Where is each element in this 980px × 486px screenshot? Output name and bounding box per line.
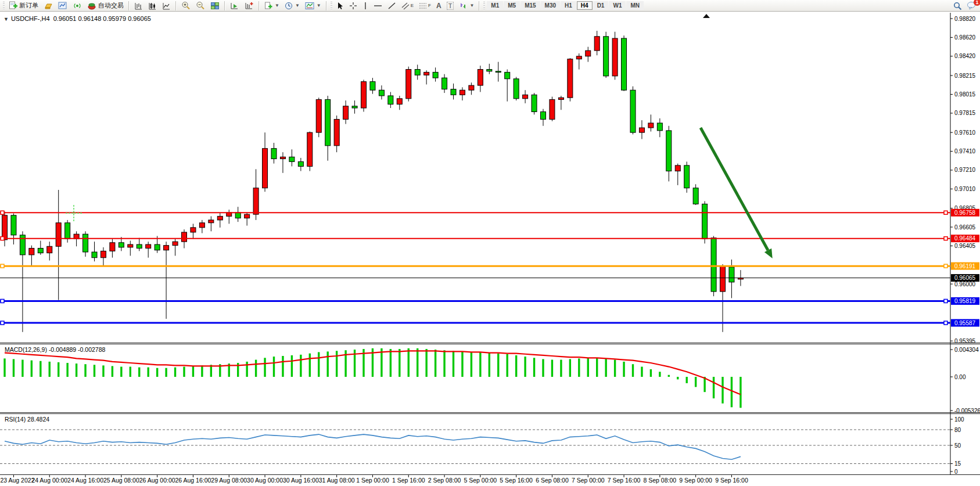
macd-bar [524, 357, 526, 377]
chat-button[interactable]: 1 [967, 1, 977, 11]
macd-bar [542, 359, 544, 377]
text-label-tool-button[interactable]: T [444, 1, 457, 11]
fibonacci-tool-button[interactable]: F [417, 1, 433, 11]
macd-bar [112, 366, 113, 377]
tab-h4[interactable]: H4 [577, 1, 593, 10]
chart-canvas[interactable]: 0.988200.986200.984200.982150.980150.978… [0, 0, 980, 486]
search-icon[interactable] [953, 2, 962, 10]
market-watch-button[interactable] [56, 1, 70, 11]
macd-bar [713, 377, 715, 398]
rsi-value: 28.4824 [27, 416, 49, 423]
new-order-icon [9, 1, 17, 10]
macd-bar [120, 367, 122, 377]
tab-mn[interactable]: MN [626, 1, 644, 10]
hlines: 0.967580.964840.961910.960650.958190.955… [0, 209, 979, 327]
line-chart-button[interactable] [160, 1, 173, 11]
chat-badge: 1 [974, 0, 980, 6]
macd-bar [587, 358, 589, 377]
period-clock-button[interactable]: ▼ [282, 1, 302, 11]
gold-button[interactable] [41, 1, 55, 11]
line-anchor[interactable] [1, 321, 4, 325]
line-anchor[interactable] [944, 237, 947, 240]
macd-bar [246, 362, 247, 377]
bar-chart-button[interactable] [132, 1, 145, 11]
price-tick-label: 0.98820 [954, 16, 976, 22]
new-order-button[interactable]: 新订单 [6, 1, 41, 11]
candle-body [576, 56, 581, 59]
tab-m15[interactable]: M15 [520, 1, 540, 10]
crosshair-tool-button[interactable] [347, 1, 360, 11]
new-chart-button[interactable]: ▼ [262, 1, 282, 11]
text-tool-button[interactable]: A [434, 1, 444, 11]
autotrade-button[interactable]: 自动交易 [85, 1, 126, 11]
text-label-icon: T [447, 2, 454, 10]
symbol-ohlc-bar[interactable]: ▼USDCHF-,H4 0.96051 0.96148 0.95979 0.96… [3, 15, 151, 22]
time-tick-label: 1 Sep 16:00 [392, 477, 425, 484]
macd-main-value: -0.004889 [49, 346, 76, 353]
macd-bar [390, 349, 392, 377]
zoom-in-icon [181, 1, 191, 10]
chart-shift-marker[interactable] [703, 14, 710, 18]
macd-bar [336, 351, 338, 377]
time-tick-label: 9 Sep 00:00 [679, 477, 712, 484]
price-badge-label: 0.96065 [954, 275, 976, 281]
rsi-panel: 1008050150 [0, 416, 964, 475]
candle-body [271, 149, 277, 159]
signal-button[interactable] [70, 1, 84, 11]
add-indicator-button[interactable] [242, 1, 256, 11]
candle-body [424, 72, 429, 75]
macd-bar [489, 353, 490, 377]
line-anchor[interactable] [1, 237, 4, 240]
candle-body [505, 72, 510, 78]
macd-bar [533, 358, 535, 377]
time-tick-label: 6 Sep 08:00 [536, 477, 569, 484]
line-anchor[interactable] [944, 299, 947, 303]
line-anchor[interactable] [944, 321, 947, 325]
line-anchor[interactable] [1, 264, 4, 268]
macd-bar [677, 377, 679, 379]
arrows-tool-button[interactable]: ▼ [457, 1, 476, 11]
candle-body [307, 132, 313, 166]
candle-body [245, 214, 250, 218]
line-anchor[interactable] [1, 299, 4, 303]
price-badge-label: 0.96484 [954, 235, 976, 242]
tab-d1[interactable]: D1 [593, 1, 609, 10]
macd-bar [461, 351, 463, 377]
tab-m30[interactable]: M30 [541, 1, 560, 10]
template-button[interactable]: ▼ [303, 1, 324, 11]
macd-tick-label: -0.005326 [954, 408, 980, 414]
tab-m1[interactable]: M1 [487, 1, 503, 10]
indicators-button[interactable] [228, 1, 242, 11]
tile-windows-button[interactable] [208, 1, 222, 11]
crosshair-icon [349, 2, 357, 10]
macd-bar [264, 358, 265, 377]
rsi-tick-label: 0 [954, 469, 958, 475]
vertical-line-tool-button[interactable] [360, 1, 371, 11]
zoom-in-button[interactable] [179, 1, 193, 11]
zoom-out-button[interactable] [193, 1, 207, 11]
line-anchor[interactable] [944, 264, 947, 268]
line-anchor[interactable] [944, 211, 947, 214]
macd-bar [695, 377, 697, 387]
macd-bar [623, 362, 624, 377]
macd-bar [94, 365, 95, 377]
trendline-tool-button[interactable] [385, 1, 399, 11]
equidistant-channel-tool-button[interactable]: E [399, 1, 416, 11]
price-axis[interactable]: 0.988200.986200.984200.982150.980150.978… [950, 16, 976, 344]
tab-h1[interactable]: H1 [561, 1, 576, 10]
autotrade-label: 自动交易 [98, 1, 124, 10]
tab-m5[interactable]: M5 [504, 1, 520, 10]
line-anchor[interactable] [1, 211, 4, 214]
cursor-tool-button[interactable] [334, 1, 346, 11]
tab-w1[interactable]: W1 [609, 1, 626, 10]
candlestick-button[interactable] [146, 1, 159, 11]
time-axis[interactable]: 23 Aug 202224 Aug 00:0024 Aug 16:0025 Au… [1, 475, 748, 484]
ohlc-open: 0.96051 [53, 15, 77, 22]
collapse-icon[interactable]: ▼ [3, 16, 9, 22]
candle-body [487, 70, 492, 71]
candle-body [612, 38, 618, 76]
horizontal-line-tool-button[interactable] [371, 1, 385, 11]
trend-arrow[interactable] [701, 128, 768, 250]
candle-body [173, 242, 178, 245]
rsi-tick-label: 100 [954, 416, 964, 423]
